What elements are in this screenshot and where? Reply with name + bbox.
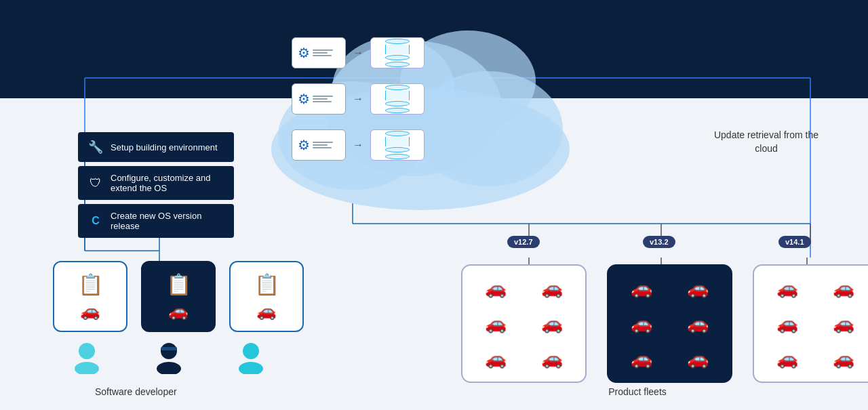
avatar-svg-2 xyxy=(151,339,186,374)
fleet-car-1-2: 🚗 xyxy=(541,278,563,299)
arrow-3: → xyxy=(353,139,363,151)
update-retrieval-text: Update retrieval from the cloud xyxy=(712,129,821,155)
product-fleets-label: Product fleets xyxy=(576,386,698,397)
fleet-car-1-6: 🚗 xyxy=(541,348,563,369)
avatar-svg-1 xyxy=(69,339,104,374)
doc-boxes: 📋 🚗 📋 🚗 📋 🚗 xyxy=(53,261,304,332)
svg-point-23 xyxy=(79,343,95,359)
avatar-3 xyxy=(216,339,285,374)
software-developer-label: Software developer xyxy=(95,386,177,397)
avatars-row xyxy=(53,339,285,374)
doc-box-3: 📋 🚗 xyxy=(229,261,304,332)
car-icon-1: 🚗 xyxy=(80,302,100,321)
copyright-icon: C xyxy=(87,215,104,227)
svg-point-28 xyxy=(243,343,259,359)
fleet-car-2-4: 🚗 xyxy=(687,313,709,334)
db-stack-2 xyxy=(385,85,410,113)
version-badge-2: v13.2 xyxy=(643,236,675,248)
arrow-1: → xyxy=(353,47,363,59)
fleet-boxes: 🚗 🚗 🚗 🚗 🚗 🚗 🚗 🚗 🚗 🚗 🚗 🚗 🚗 🚗 🚗 🚗 🚗 🚗 xyxy=(461,264,868,383)
avatar-1 xyxy=(53,339,121,374)
fleet-car-1-4: 🚗 xyxy=(541,313,563,334)
fleet-car-1-1: 🚗 xyxy=(485,278,507,299)
step-configure-label: Configure, customize and extend the OS xyxy=(111,173,224,193)
fleet-car-3-5: 🚗 xyxy=(776,348,798,369)
doc-box-2: 📋 🚗 xyxy=(141,261,216,332)
fleet-box-2: 🚗 🚗 🚗 🚗 🚗 🚗 xyxy=(607,264,732,383)
fleet-car-2-2: 🚗 xyxy=(687,278,709,299)
doc-icon-1: 📋 xyxy=(78,272,103,296)
cloud-row-3: ⚙ → xyxy=(292,129,425,161)
lines-icon-3 xyxy=(313,142,333,148)
cloud-row-1: ⚙ → xyxy=(292,37,425,68)
cloud-build-items: ⚙ → ⚙ xyxy=(292,37,425,161)
fleet-box-3: 🚗 🚗 🚗 🚗 🚗 🚗 xyxy=(753,264,868,383)
main-content: ⚙ → ⚙ xyxy=(0,0,868,410)
gear-box-1: ⚙ xyxy=(292,37,346,68)
fleet-car-3-1: 🚗 xyxy=(776,278,798,299)
avatar-svg-3 xyxy=(233,339,269,374)
step-create-label: Create new OS version release xyxy=(111,211,224,231)
lines-icon-2 xyxy=(313,96,333,102)
steps-panel: 🔧 Setup building environment 🛡 Configure… xyxy=(78,132,234,238)
wrench-icon: 🔧 xyxy=(87,140,104,155)
fleet-car-1-3: 🚗 xyxy=(485,313,507,334)
fleet-car-3-6: 🚗 xyxy=(833,348,854,369)
doc-icon-3: 📋 xyxy=(254,272,279,296)
fleet-car-2-6: 🚗 xyxy=(687,348,709,369)
lines-icon-1 xyxy=(313,49,333,56)
avatar-2 xyxy=(135,339,203,374)
step-setup: 🔧 Setup building environment xyxy=(78,132,234,162)
fleet-car-3-3: 🚗 xyxy=(776,313,798,334)
doc-box-1: 📋 🚗 xyxy=(53,261,127,332)
cloud-row-2: ⚙ → xyxy=(292,83,425,115)
doc-icon-2: 📋 xyxy=(166,272,191,296)
fleet-car-3-2: 🚗 xyxy=(833,278,854,299)
fleet-car-2-5: 🚗 xyxy=(631,348,652,369)
gear-box-3: ⚙ xyxy=(292,129,346,161)
fleet-car-1-5: 🚗 xyxy=(485,348,507,369)
svg-point-29 xyxy=(239,362,263,374)
arrow-2: → xyxy=(353,93,363,105)
fleet-car-2-3: 🚗 xyxy=(631,313,652,334)
db-box-2 xyxy=(370,83,425,115)
step-create: C Create new OS version release xyxy=(78,204,234,238)
db-box-3 xyxy=(370,129,425,161)
db-stack-3 xyxy=(385,131,410,159)
db-stack-1 xyxy=(385,39,410,67)
db-box-1 xyxy=(370,37,425,68)
svg-rect-27 xyxy=(161,347,177,350)
svg-point-25 xyxy=(161,343,177,359)
svg-point-26 xyxy=(157,362,181,374)
fleet-car-2-1: 🚗 xyxy=(631,278,652,299)
fleet-car-3-4: 🚗 xyxy=(833,313,854,334)
step-setup-label: Setup building environment xyxy=(111,142,218,152)
version-badge-3: v14.1 xyxy=(778,236,811,248)
shield-icon: 🛡 xyxy=(87,176,104,190)
version-badge-1: v12.7 xyxy=(507,236,540,248)
step-configure: 🛡 Configure, customize and extend the OS xyxy=(78,166,234,200)
car-icon-3: 🚗 xyxy=(256,302,277,321)
gear-box-2: ⚙ xyxy=(292,83,346,115)
car-icon-2: 🚗 xyxy=(168,302,189,321)
svg-point-24 xyxy=(75,362,99,374)
fleet-box-1: 🚗 🚗 🚗 🚗 🚗 🚗 xyxy=(461,264,587,383)
